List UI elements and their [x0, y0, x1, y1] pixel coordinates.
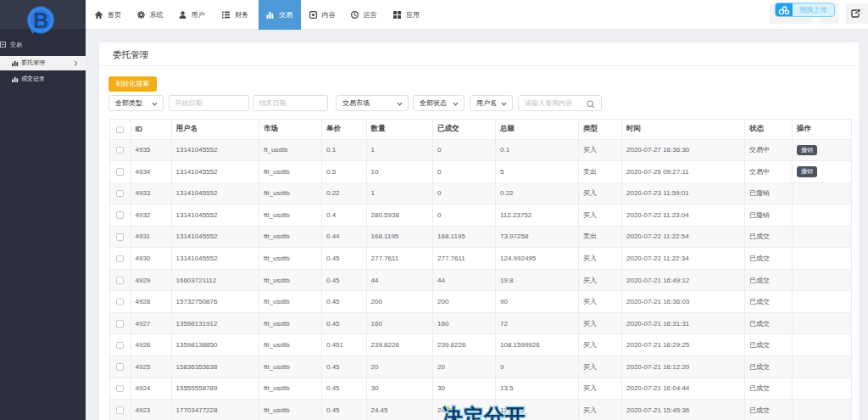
svg-text:B: B: [33, 8, 48, 32]
